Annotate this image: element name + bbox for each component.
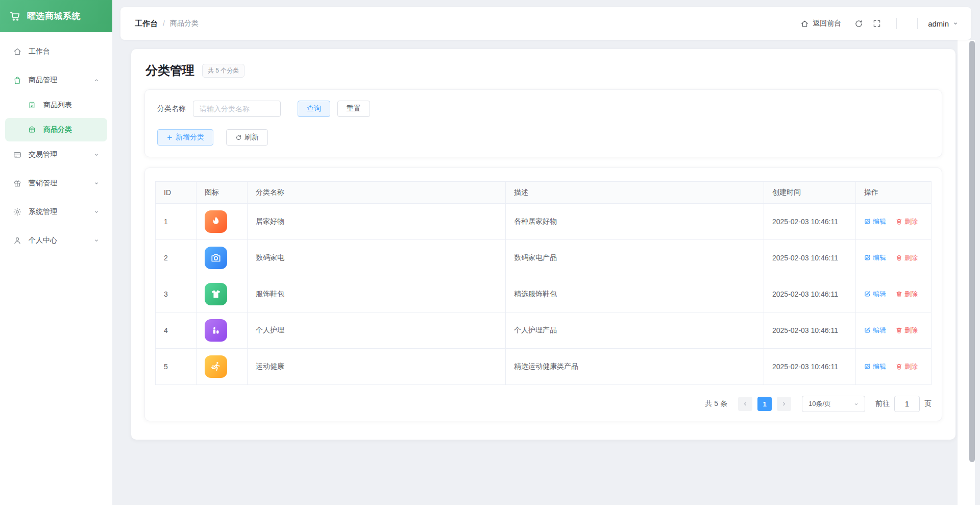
category-table: ID 图标 分类名称 描述 创建时间 操作 1 居家好物 各种居家好物 2025… [155, 181, 932, 385]
table-row: 5 运动健康 精选运动健康类产品 2025-02-03 10:46:11 编辑 … [156, 349, 932, 385]
fullscreen-button[interactable] [868, 14, 886, 33]
sidebar-item-product-mgmt[interactable]: 商品管理 [5, 68, 107, 92]
col-ops: 操作 [856, 182, 932, 204]
plus-icon [166, 134, 173, 141]
page-size-select[interactable]: 10条/页 [802, 396, 865, 412]
credit-card-icon [13, 150, 22, 159]
search-row: 分类名称 查询 重置 [157, 101, 929, 117]
row-id: 4 [156, 312, 197, 349]
delete-button[interactable]: 删除 [896, 326, 918, 335]
back-to-front-label: 返回前台 [813, 19, 841, 28]
sidebar-item-system-mgmt[interactable]: 系统管理 [5, 200, 107, 224]
sidebar: 曜选商城系统 工作台 商品管理 商品列表 [0, 0, 112, 505]
delete-label: 删除 [904, 217, 918, 226]
reset-button[interactable]: 重置 [337, 101, 370, 117]
pagination: 共 5 条 1 10条/页 前 [155, 396, 932, 412]
page-1-button[interactable]: 1 [757, 397, 772, 411]
page-size-value: 10条/页 [808, 399, 831, 408]
sidebar-item-product-category[interactable]: 商品分类 [5, 118, 107, 141]
delete-button[interactable]: 删除 [896, 290, 918, 299]
category-name: 运动健康 [248, 349, 506, 385]
sidebar-item-product-list[interactable]: 商品列表 [5, 93, 107, 117]
username: admin [928, 19, 949, 28]
category-desc: 各种居家好物 [506, 204, 764, 240]
edit-icon [864, 363, 871, 370]
category-name: 服饰鞋包 [248, 276, 506, 312]
chevron-up-icon [93, 77, 100, 84]
sidebar-item-marketing-mgmt[interactable]: 营销管理 [5, 171, 107, 196]
total-count: 共 5 条 [705, 399, 727, 408]
goto-label: 前往 [875, 399, 890, 408]
chevron-down-icon [93, 151, 100, 158]
category-count-badge: 共 5 个分类 [202, 64, 244, 78]
delete-button[interactable]: 删除 [896, 253, 918, 262]
sidebar-item-workbench[interactable]: 工作台 [5, 39, 107, 64]
page-title: 分类管理 [145, 62, 194, 79]
edit-button[interactable]: 编辑 [864, 326, 886, 335]
category-desc: 数码家电产品 [506, 240, 764, 276]
delete-label: 删除 [904, 362, 918, 371]
trash-icon [896, 254, 902, 261]
camera-icon [205, 247, 227, 269]
table-row: 3 服饰鞋包 精选服饰鞋包 2025-02-03 10:46:11 编辑 删除 [156, 276, 932, 312]
chevron-down-icon [93, 180, 100, 187]
table-row: 4 个人护理 个人护理产品 2025-02-03 10:46:11 编辑 删除 [156, 312, 932, 349]
add-category-button[interactable]: 新增分类 [157, 129, 213, 146]
page-unit-label: 页 [924, 399, 932, 408]
goto-page-input[interactable] [894, 396, 920, 412]
edit-button[interactable]: 编辑 [864, 253, 886, 262]
trash-icon [896, 218, 902, 225]
refresh-list-button[interactable]: 刷新 [226, 129, 268, 146]
home-icon [800, 19, 809, 28]
edit-label: 编辑 [873, 290, 886, 299]
delete-label: 删除 [904, 253, 918, 262]
refresh-button[interactable] [849, 14, 868, 33]
breadcrumb-current: 商品分类 [170, 19, 199, 28]
breadcrumb: 工作台 / 商品分类 [135, 19, 199, 29]
delete-button[interactable]: 删除 [896, 217, 918, 226]
edit-label: 编辑 [873, 326, 886, 335]
next-page-button[interactable] [777, 397, 791, 411]
user-icon [13, 236, 22, 245]
created-time: 2025-02-03 10:46:11 [764, 240, 856, 276]
table-header-row: ID 图标 分类名称 描述 创建时间 操作 [156, 182, 932, 204]
edit-button[interactable]: 编辑 [864, 217, 886, 226]
row-id: 2 [156, 240, 197, 276]
col-created: 创建时间 [764, 182, 856, 204]
created-time: 2025-02-03 10:46:11 [764, 349, 856, 385]
back-to-front-button[interactable]: 返回前台 [800, 19, 841, 28]
col-id: ID [156, 182, 197, 204]
edit-icon [864, 218, 871, 225]
divider [896, 18, 897, 29]
created-time: 2025-02-03 10:46:11 [764, 312, 856, 349]
scrollbar-thumb[interactable] [969, 41, 975, 462]
table-row: 2 数码家电 数码家电产品 2025-02-03 10:46:11 编辑 删除 [156, 240, 932, 276]
table-row: 1 居家好物 各种居家好物 2025-02-03 10:46:11 编辑 删除 [156, 204, 932, 240]
category-name-input[interactable] [193, 101, 281, 117]
delete-button[interactable]: 删除 [896, 362, 918, 371]
cart-icon [9, 10, 21, 22]
edit-button[interactable]: 编辑 [864, 362, 886, 371]
edit-label: 编辑 [873, 253, 886, 262]
edit-button[interactable]: 编辑 [864, 290, 886, 299]
query-button[interactable]: 查询 [298, 101, 330, 117]
user-menu[interactable]: admin [928, 19, 959, 28]
list-icon [28, 101, 37, 110]
delete-label: 删除 [904, 326, 918, 335]
row-id: 5 [156, 349, 197, 385]
refresh-icon [854, 19, 864, 29]
breadcrumb-separator: / [163, 19, 165, 28]
row-id: 1 [156, 204, 197, 240]
bag-icon [13, 76, 22, 85]
fullscreen-icon [872, 19, 881, 28]
row-id: 3 [156, 276, 197, 312]
sidebar-item-trade-mgmt[interactable]: 交易管理 [5, 142, 107, 167]
action-row: 新增分类 刷新 [157, 129, 929, 146]
prev-page-button[interactable] [738, 397, 752, 411]
trash-icon [896, 363, 902, 370]
main-area: 工作台 / 商品分类 返回前台 [112, 0, 980, 505]
category-management-card: 分类管理 共 5 个分类 分类名称 查询 重置 新增分类 [131, 49, 955, 440]
refresh-icon [235, 134, 242, 141]
breadcrumb-workbench[interactable]: 工作台 [135, 19, 158, 29]
sidebar-item-profile[interactable]: 个人中心 [5, 228, 107, 253]
